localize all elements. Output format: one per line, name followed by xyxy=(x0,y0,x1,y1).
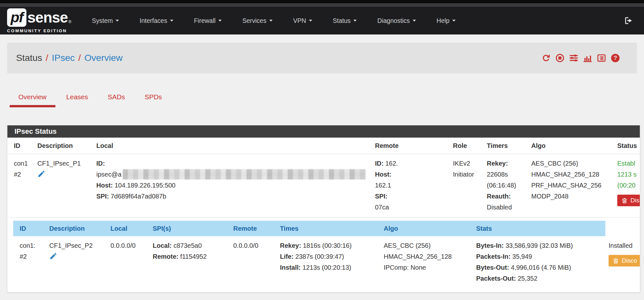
sliders-icon[interactable] xyxy=(569,53,579,63)
menu-item-diagnostics[interactable]: Diagnostics xyxy=(369,17,424,24)
stop-icon[interactable] xyxy=(555,53,565,63)
chevron-down-icon xyxy=(116,20,119,22)
trash-icon xyxy=(621,198,628,204)
community-edition-label: COMMUNITY EDITION xyxy=(7,28,71,33)
top-strip-gray xyxy=(0,3,644,7)
cell-local: ID: ipsec@a Host: 104.189.226.195:500 SP… xyxy=(93,154,372,218)
pf-logo-box: pf xyxy=(7,8,26,27)
ipsec-status-panel: IPsec Status ID Description Local Remote… xyxy=(7,125,640,293)
cell-local: 0.0.0.0/0 xyxy=(107,236,149,288)
cell-timers: Rekey: 22608s (06:16:48) Reauth: Disable… xyxy=(484,154,528,218)
col-header-times: Times xyxy=(277,221,380,236)
pfsense-logo[interactable]: pf sense ® COMMUNITY EDITION xyxy=(7,8,71,33)
cell-algo: AES_CBC (256) HMAC_SHA2_256_128 IPComp: … xyxy=(380,236,473,288)
chevron-down-icon xyxy=(170,20,173,22)
cell-description: CF1_IPsec_P2 xyxy=(46,236,107,288)
cell-times: Rekey: 1816s (00:30:16) Life: 2387s (00:… xyxy=(277,236,380,288)
panel-title: IPsec Status xyxy=(7,125,640,138)
ike-sa-row: con1 #2 CF1_IPsec_P1 ID: ipsec@a xyxy=(7,154,640,218)
cell-id: con1: #2 xyxy=(13,236,46,288)
col-header-spis: SPI(s) xyxy=(149,221,230,236)
refresh-icon[interactable] xyxy=(541,53,551,63)
sign-out-icon[interactable] xyxy=(624,16,633,25)
child-sa-row: con1: #2 CF1_IPsec_P2 0.0.0.0/0 xyxy=(13,236,640,288)
col-header-role: Role xyxy=(450,138,484,154)
disconnect-button[interactable]: Disco xyxy=(609,255,640,266)
col-header-id: ID xyxy=(7,138,34,154)
chevron-down-icon xyxy=(309,20,312,22)
menu-item-interfaces[interactable]: Interfaces xyxy=(131,17,182,24)
col-header-remote: Remote xyxy=(230,221,277,236)
menu-item-status[interactable]: Status xyxy=(324,17,365,24)
col-header-description: Description xyxy=(34,138,93,154)
col-header-timers: Timers xyxy=(484,138,528,154)
col-header-description: Description xyxy=(46,221,107,236)
page-action-icons: ? xyxy=(541,53,620,63)
tab-spds[interactable]: SPDs xyxy=(136,91,171,107)
child-sa-section: ID Description Local SPI(s) Remote Times… xyxy=(13,221,640,288)
child-table-header-row: ID Description Local SPI(s) Remote Times… xyxy=(13,221,640,236)
cell-id: con1 #2 xyxy=(7,154,34,218)
navbar: pf sense ® COMMUNITY EDITION System Inte… xyxy=(0,7,644,34)
trash-icon xyxy=(613,258,619,264)
svg-text:?: ? xyxy=(613,54,617,61)
breadcrumb: Status/IPsec/Overview xyxy=(16,53,123,63)
help-icon[interactable]: ? xyxy=(610,53,620,63)
tab-overview[interactable]: Overview xyxy=(10,91,55,107)
col-header-local: Local xyxy=(107,221,149,236)
chevron-down-icon xyxy=(218,20,222,22)
chevron-down-icon xyxy=(269,20,273,22)
col-header-local: Local xyxy=(93,138,372,154)
ike-table-header-row: ID Description Local Remote Role Timers … xyxy=(7,138,640,154)
bar-chart-icon[interactable] xyxy=(583,53,592,63)
status-text: Installed xyxy=(609,240,640,251)
cell-status: Installed Disco xyxy=(605,236,640,288)
tab-sads[interactable]: SADs xyxy=(99,91,134,107)
ike-sa-table: ID Description Local Remote Role Timers … xyxy=(7,138,640,218)
redacted-blur xyxy=(123,169,366,179)
cell-stats: Bytes-In: 33,586,939 (32.03 MiB) Packets… xyxy=(473,236,605,288)
pencil-icon[interactable] xyxy=(37,170,45,178)
col-header-actions xyxy=(605,221,640,236)
pencil-icon[interactable] xyxy=(49,252,57,260)
child-sa-table: ID Description Local SPI(s) Remote Times… xyxy=(13,221,640,288)
breadcrumb-section: Status xyxy=(16,53,42,63)
cell-spis: Local: c873e5a0 Remote: f1154952 xyxy=(149,236,230,288)
cell-role: IKEv2 Initiator xyxy=(450,154,484,218)
menu-item-firewall[interactable]: Firewall xyxy=(186,17,230,24)
menu-item-vpn[interactable]: VPN xyxy=(285,17,321,24)
sense-logo-text: sense xyxy=(27,9,68,26)
col-header-status: Status xyxy=(614,138,640,154)
registered-mark: ® xyxy=(68,20,71,24)
col-header-algo: Algo xyxy=(380,221,473,236)
tab-leases[interactable]: Leases xyxy=(58,91,97,107)
disconnect-button[interactable]: Dis xyxy=(617,195,640,206)
cell-remote: ID: 162. Host: 162.1 SPI: 07ca xyxy=(372,154,450,218)
menu-item-help[interactable]: Help xyxy=(428,17,464,24)
col-header-algo: Algo xyxy=(528,138,614,154)
list-icon[interactable] xyxy=(597,53,606,63)
status-text: Establ xyxy=(617,158,640,169)
cell-remote: 0.0.0.0/0 xyxy=(230,236,277,288)
chevron-down-icon xyxy=(413,20,416,22)
main-menu: System Interfaces Firewall Services VPN … xyxy=(83,17,468,24)
cell-status: Establ 1213 s (00:20 Dis xyxy=(614,154,640,218)
ipsec-tabs: Overview Leases SADs SPDs xyxy=(10,91,644,107)
chevron-down-icon xyxy=(452,20,456,22)
col-header-id: ID xyxy=(13,221,46,236)
col-header-remote: Remote xyxy=(372,138,450,154)
menu-item-services[interactable]: Services xyxy=(234,17,281,24)
top-strip-dark xyxy=(0,0,644,3)
col-header-stats: Stats xyxy=(473,221,605,236)
cell-algo: AES_CBC (256) HMAC_SHA2_256_128 PRF_HMAC… xyxy=(528,154,614,218)
breadcrumb-separator: / xyxy=(46,53,48,63)
breadcrumb-link-overview[interactable]: Overview xyxy=(84,53,123,63)
breadcrumb-link-ipsec[interactable]: IPsec xyxy=(52,53,75,63)
breadcrumb-separator: / xyxy=(78,53,81,63)
menu-item-system[interactable]: System xyxy=(83,17,127,24)
panel-body: ID Description Local Remote Role Timers … xyxy=(7,138,640,292)
breadcrumb-bar: Status/IPsec/Overview ? xyxy=(7,43,637,73)
cell-description: CF1_IPsec_P1 xyxy=(34,154,93,218)
chevron-down-icon xyxy=(353,20,357,22)
